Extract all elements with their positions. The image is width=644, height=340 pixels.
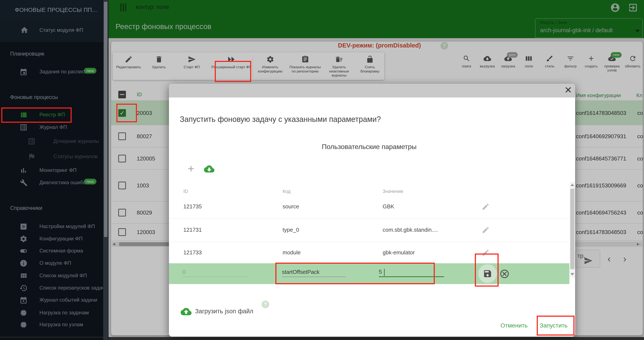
scroll-up-icon[interactable] xyxy=(570,184,574,186)
upload-json-icon[interactable] xyxy=(180,306,192,317)
param-cell-id: 121733 xyxy=(183,249,202,256)
param-column-header: ID xyxy=(183,189,188,194)
param-cell-code: module xyxy=(282,249,300,256)
edit-parameter-icon[interactable] xyxy=(482,203,490,211)
scroll-down-icon[interactable] xyxy=(570,273,574,276)
edit-parameter-icon[interactable] xyxy=(482,226,490,234)
param-cell-code: source xyxy=(282,203,299,210)
annotation-box-submit-button xyxy=(537,316,574,336)
param-cell-value: GBK xyxy=(383,203,394,210)
dialog-subtitle: Пользовательские параметры xyxy=(169,143,570,151)
add-parameter-button[interactable] xyxy=(186,164,196,174)
annotation-box-save-button xyxy=(475,254,498,286)
annotation-box-extended-start xyxy=(215,61,251,82)
annotation-box-registry-item xyxy=(1,108,72,123)
param-cell-value: gbk-emulator xyxy=(383,249,415,256)
annotation-box-edit-inputs xyxy=(275,263,435,284)
param-column-header: Значение xyxy=(383,189,404,194)
app-root: ФОНОВЫЕ ПРОЦЕССЫ ПП... Статус модуля ФПП… xyxy=(0,0,644,340)
import-parameters-icon[interactable] xyxy=(204,164,214,174)
dialog-title: Запустить фоновую задачу с указанными па… xyxy=(180,115,381,124)
upload-help-icon[interactable]: ? xyxy=(262,300,269,308)
param-cell-id: 121731 xyxy=(183,226,202,233)
param-cell-value: com.sbt.gbk.standin.... xyxy=(383,226,438,233)
param-cell-code: type_0 xyxy=(282,226,299,233)
dialog-header-strip xyxy=(169,84,575,98)
param-row-divider xyxy=(169,218,570,218)
param-cell-id: 121735 xyxy=(183,203,202,210)
upload-json-label[interactable]: Загрузить json файл xyxy=(195,308,253,315)
dialog-scrollbar-thumb[interactable] xyxy=(570,189,574,269)
cancel-button[interactable]: Отменить xyxy=(500,322,528,329)
param-column-header: Код xyxy=(282,189,290,194)
annotation-box-row-checkbox xyxy=(116,104,137,122)
edit-id-field[interactable] xyxy=(182,269,248,277)
cancel-edit-icon[interactable] xyxy=(500,269,510,279)
close-icon[interactable]: ✕ xyxy=(564,86,572,95)
